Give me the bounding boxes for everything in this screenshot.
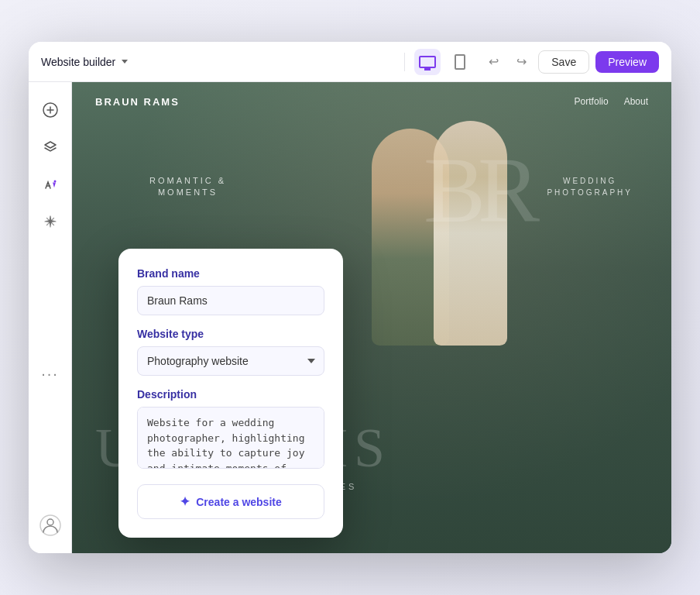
website-nav-links: Portfolio About [575, 96, 648, 107]
brand-name-input[interactable] [137, 286, 324, 315]
preview-button[interactable]: Preview [595, 51, 659, 73]
toolbar-left: Website builder [41, 56, 395, 68]
save-button[interactable]: Save [538, 50, 589, 74]
canvas-area: BRAUN RAMS Portfolio About ROMANTIC & MO… [72, 82, 671, 553]
description-textarea[interactable]: Website for a wedding photographer, high… [137, 407, 324, 469]
wedding-photography-text: WEDDING PHOTOGRAPHY [547, 175, 633, 198]
sidebar-avatar-icon[interactable] [35, 510, 66, 541]
svg-point-3 [47, 519, 53, 525]
desktop-view-button[interactable] [414, 49, 441, 75]
sidebar-sparkle-icon[interactable] [35, 206, 66, 237]
sparkle-btn-icon: ✦ [180, 494, 190, 509]
toolbar-divider [404, 53, 405, 71]
brand-chevron-icon[interactable] [122, 60, 128, 64]
app-brand-label: Website builder [41, 56, 115, 68]
main-content: ··· BRAUN RAMS [29, 82, 671, 553]
sidebar-ai-text-icon[interactable] [35, 169, 66, 200]
website-type-label: Website type [137, 328, 324, 340]
website-type-wrapper: Photography website [137, 346, 324, 376]
romantic-moments-text: ROMANTIC & MOMENTS [149, 175, 226, 199]
undo-button[interactable]: ↩ [482, 51, 504, 73]
sidebar-add-icon[interactable] [35, 95, 66, 126]
browser-window: Website builder ↩ ↪ Save Preview [29, 42, 671, 553]
toolbar-device-switcher [414, 49, 473, 75]
create-website-label: Create a website [196, 496, 282, 508]
about-nav-link[interactable]: About [624, 96, 648, 107]
sidebar: ··· [29, 82, 72, 553]
mobile-icon [455, 54, 465, 70]
website-monogram: BR [424, 144, 532, 237]
create-website-button[interactable]: ✦ Create a website [137, 484, 324, 519]
sidebar-layers-icon[interactable] [35, 132, 66, 163]
mobile-view-button[interactable] [447, 49, 473, 75]
toolbar-actions: ↩ ↪ Save Preview [482, 50, 659, 74]
redo-button[interactable]: ↪ [510, 51, 532, 73]
website-type-select[interactable]: Photography website [137, 346, 324, 376]
brand-name-label: Brand name [137, 267, 324, 280]
sidebar-more-icon[interactable]: ··· [35, 358, 66, 389]
portfolio-nav-link[interactable]: Portfolio [575, 96, 609, 107]
form-panel: Brand name Website type Photography webs… [118, 249, 343, 538]
browser-toolbar: Website builder ↩ ↪ Save Preview [29, 42, 671, 82]
website-brand-name: BRAUN RAMS [95, 96, 180, 108]
desktop-icon [419, 56, 436, 68]
website-nav: BRAUN RAMS Portfolio About [72, 82, 671, 121]
svg-point-1 [53, 181, 56, 183]
description-label: Description [137, 388, 324, 401]
